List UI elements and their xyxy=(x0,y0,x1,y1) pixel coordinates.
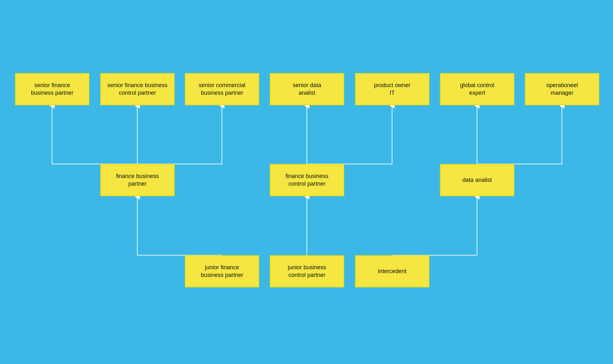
diagram-container: senior finance business partnersenior fi… xyxy=(0,0,613,364)
node-sda: senior data analist xyxy=(270,73,344,105)
node-gce: global control expert xyxy=(440,73,514,105)
node-inter: intercedent xyxy=(355,255,429,287)
node-jbcp: junior business control partner xyxy=(270,255,344,287)
node-scbp: senior commercial business partner xyxy=(185,73,259,105)
node-om: operationeel manager xyxy=(525,73,599,105)
node-jfbp: junior finance business partner xyxy=(185,255,259,287)
node-po: product owner IT xyxy=(355,73,429,105)
node-sfbp: senior finance business partner xyxy=(15,73,89,105)
node-da: data analist xyxy=(440,164,514,196)
node-sfbcp: senior finance business control partner xyxy=(100,73,175,105)
node-fbp: finance business partner xyxy=(100,164,175,196)
node-fbcp: finance business control partner xyxy=(270,164,344,196)
